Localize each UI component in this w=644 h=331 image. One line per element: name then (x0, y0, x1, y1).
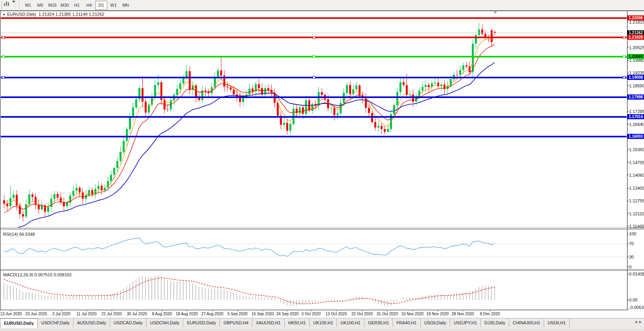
ohlc-close: 1.21262 (89, 12, 105, 17)
date-axis-label: 13 Jun 2020 (0, 312, 22, 316)
chart-tab-audusd-daily[interactable]: AUDUSD,Daily (74, 318, 110, 327)
price-axis-tick: 1.14705 (629, 160, 644, 165)
hline-handle[interactable] (313, 76, 315, 79)
date-axis-label: 8 Aug 2020 (152, 312, 172, 316)
chart-tab-usoil-h1[interactable]: USOil,H1 (544, 318, 570, 327)
chart-title: ▼EURUSD,Daily 1.21324 1.21385 1.21149 1.… (2, 12, 104, 17)
chart-tab-usdchf-daily[interactable]: USDCHF,Daily (38, 318, 74, 327)
chart-tab-ger30-h1[interactable]: GER30,H1 (364, 318, 393, 327)
rsi-axis-tick: 100 (629, 231, 636, 236)
date-axis-label: 10 Nov 2020 (401, 312, 424, 316)
triangle-down-icon[interactable]: ▼ (2, 13, 6, 17)
date-axis-label: 3 Oct 2020 (302, 312, 321, 316)
price-axis-tick: 1.12755 (629, 198, 644, 203)
date-axis-label: 31 Oct 2020 (377, 312, 398, 316)
price-axis-tick: 1.14060 (629, 173, 644, 178)
chart-shift-marker-icon[interactable] (494, 11, 497, 14)
chart-tab-china300-h1[interactable]: CHINA300,H1 (509, 318, 544, 327)
chart-tab-usdjpy-h1[interactable]: USDJPY,H1 (450, 318, 481, 327)
price-axis-tick: 1.11465 (629, 224, 644, 229)
macd-axis-tick: 0.014384 (629, 272, 644, 276)
date-axis-label: 15 Sep 2020 (252, 312, 274, 316)
chart-tab-uk100-h1[interactable]: UK100,H1 (310, 318, 337, 327)
chart-symbol: EURUSD,Daily (7, 12, 36, 17)
price-axis-tick: 1.15350 (629, 147, 644, 152)
hline-handle[interactable] (2, 55, 4, 58)
date-axis-label: 2 Jul 2020 (52, 312, 70, 316)
chart-tab-usdcnh-daily[interactable]: USDCNH,Daily (147, 318, 184, 327)
chart-tab-dj30-daily[interactable]: DJ30,Daily (481, 318, 509, 327)
trading-terminal-window: M1M5M15M30H1H4D1W1MN ▼EURUSD,Daily 1.213… (0, 0, 644, 331)
price-axis-tick: 1.18590 (629, 83, 644, 88)
tab-scroll-right-button[interactable]: ▸ (638, 320, 642, 324)
date-axis-label: 13 Oct 2020 (326, 312, 347, 316)
date-axis-label: 18 Aug 2020 (176, 312, 198, 316)
macd-axis-tick: -0.005396 (629, 305, 644, 310)
price-level-badge: 1.16003 (627, 134, 644, 139)
hline-handle[interactable] (2, 76, 4, 79)
price-level-badge: 1.22006 (627, 15, 644, 20)
chart-tab-fra40-h1[interactable]: FRA40,H1 (393, 318, 420, 327)
chart-tab-usdcad-daily[interactable]: USDCAD,Daily (110, 318, 147, 327)
hline-handle[interactable] (2, 36, 4, 39)
macd-axis-tick: 0.00 (629, 298, 637, 302)
date-axis-label: 24 Sep 2020 (276, 312, 299, 316)
hline-handle[interactable] (313, 55, 315, 58)
chart-tab-eurusd-daily[interactable]: EURUSD,Daily (0, 318, 38, 328)
chart-tabs-bar: EURUSD,DailyUSDCHF,DailyAUDUSD,DailyUSDC… (0, 318, 644, 331)
chart-tab-usoil-daily[interactable]: USOil,Daily (421, 318, 450, 327)
ohlc-high: 1.21385 (55, 12, 71, 17)
price-axis-tick: 1.13400 (629, 186, 644, 190)
date-axis-label: 22 Oct 2020 (351, 312, 373, 316)
rsi-axis-tick: 0 (629, 264, 631, 269)
price-level-badge: 1.21028 (627, 35, 644, 40)
ohlc-open: 1.21324 (39, 12, 54, 17)
price-level-badge: 1.19008 (627, 75, 644, 80)
hline-handle[interactable] (623, 55, 625, 58)
date-axis-label: 5 Sep 2020 (227, 312, 247, 316)
macd-label: MACD(12,26,9) 0.007515 0.008162 (3, 272, 72, 277)
price-axis-tick: 1.16640 (629, 122, 644, 127)
price-level-badge: 1.17014 (627, 114, 644, 119)
hline-handle[interactable] (623, 76, 625, 79)
rsi-axis-tick: 30 (629, 255, 634, 259)
tabbar-groove (0, 329, 644, 330)
hline-handle[interactable] (313, 36, 315, 39)
date-axis-label: 8 Dec 2020 (480, 312, 500, 316)
date-axis-label: 30 Jul 2020 (127, 312, 147, 316)
date-axis-label: 21 Jul 2020 (101, 312, 122, 316)
date-axis-label: 19 Nov 2020 (427, 312, 449, 316)
price-axis-tick: 1.17285 (629, 109, 644, 114)
chart-tab-hk50-h1[interactable]: HK50,H1 (285, 318, 310, 327)
chart-tab-eurusd-daily[interactable]: EURUSD,Daily (183, 318, 220, 327)
date-axis-label: 11 Jul 2020 (77, 312, 97, 316)
chart-tab-gbpusd-h4[interactable]: GBPUSD,H4 (220, 318, 252, 327)
price-axis-tick: 1.20525 (629, 45, 644, 50)
hline-handle[interactable] (623, 36, 625, 39)
date-axis-label: 27 Aug 2020 (201, 312, 223, 316)
price-chart-canvas[interactable] (0, 0, 644, 331)
price-axis-tick: 1.12110 (629, 211, 644, 216)
chart-tab-uk100-h1[interactable]: UK100,H1 (337, 318, 364, 327)
date-axis-label: 23 Jun 2020 (25, 312, 47, 316)
rsi-label: RSI(14) 66.5348 (3, 232, 35, 237)
price-level-badge: 1.17998 (627, 94, 644, 100)
price-level-badge: 1.20069 (627, 54, 644, 59)
ohlc-low: 1.21149 (72, 12, 88, 17)
chart-tab-xauusd-h1[interactable]: XAUUSD,H1 (252, 318, 285, 327)
tab-scroll-left-button[interactable]: ◂ (634, 320, 638, 324)
rsi-axis-tick: 70 (629, 241, 634, 246)
date-axis-label: 28 Nov 2020 (452, 312, 474, 316)
